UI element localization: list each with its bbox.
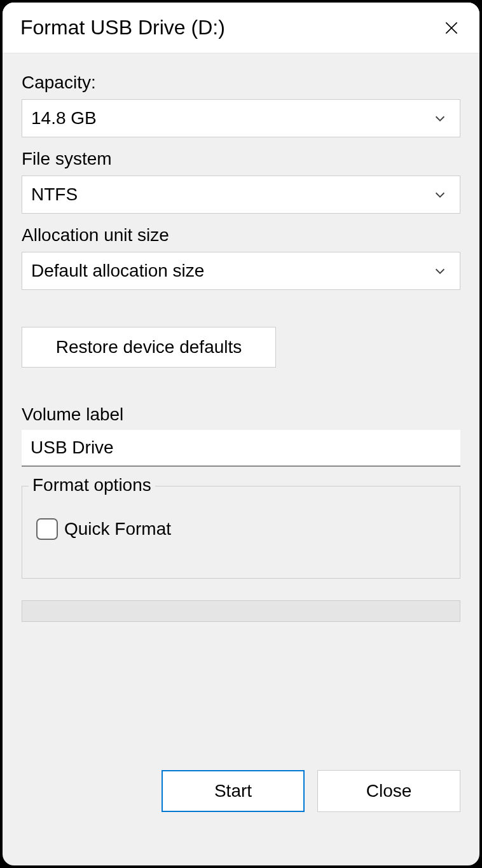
format-dialog: Format USB Drive (D:) Capacity: 14.8 GB … xyxy=(3,3,479,865)
capacity-label: Capacity: xyxy=(22,72,460,93)
progress-bar xyxy=(22,600,460,622)
start-button[interactable]: Start xyxy=(162,770,305,812)
capacity-value: 14.8 GB xyxy=(31,108,97,128)
chevron-down-icon xyxy=(433,188,447,202)
allocation-label: Allocation unit size xyxy=(22,225,460,245)
chevron-down-icon xyxy=(433,264,447,278)
dialog-content: Capacity: 14.8 GB File system NTFS Alloc… xyxy=(3,53,479,865)
filesystem-label: File system xyxy=(22,149,460,169)
volume-label: Volume label xyxy=(22,404,460,425)
chevron-down-icon xyxy=(433,111,447,125)
capacity-select[interactable]: 14.8 GB xyxy=(22,99,460,137)
button-row: Start Close xyxy=(22,732,460,853)
filesystem-value: NTFS xyxy=(31,184,78,205)
allocation-value: Default allocation size xyxy=(31,261,204,281)
quick-format-row: Quick Format xyxy=(36,518,448,540)
close-button[interactable]: Close xyxy=(317,770,460,812)
format-options-group: Format options Quick Format xyxy=(22,486,460,579)
quick-format-checkbox[interactable] xyxy=(36,518,58,540)
window-title: Format USB Drive (D:) xyxy=(20,16,225,39)
quick-format-label: Quick Format xyxy=(64,519,171,539)
titlebar: Format USB Drive (D:) xyxy=(3,3,479,53)
format-options-legend: Format options xyxy=(29,475,155,495)
volume-label-input[interactable] xyxy=(22,430,460,467)
restore-defaults-button[interactable]: Restore device defaults xyxy=(22,327,276,368)
allocation-select[interactable]: Default allocation size xyxy=(22,252,460,290)
filesystem-select[interactable]: NTFS xyxy=(22,176,460,214)
close-icon[interactable] xyxy=(439,15,464,41)
